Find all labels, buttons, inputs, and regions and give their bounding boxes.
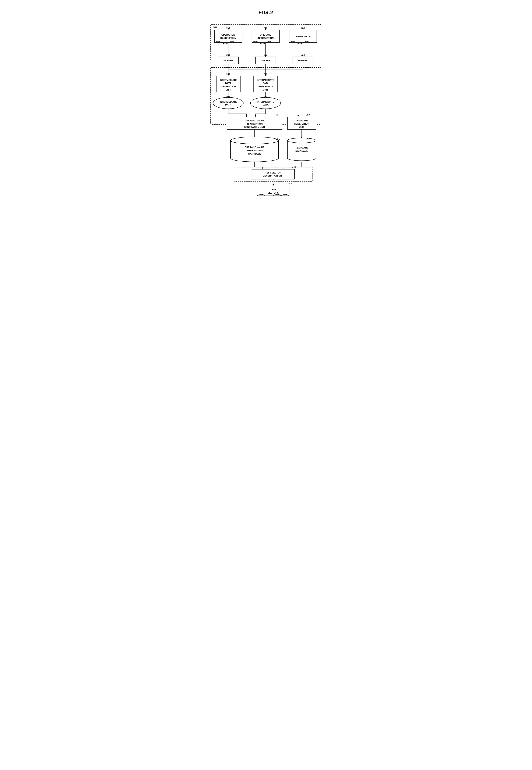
ref-213: 213 (301, 27, 305, 30)
ref-281: ~ 281 (287, 183, 292, 185)
ref-241: 241 (226, 96, 230, 98)
ref-251: ~ 251 (274, 114, 280, 116)
tdb-label1: TEMPLATE (295, 146, 308, 149)
idgu2-label1: INTERMEDIATE (257, 79, 274, 81)
op-desc-label2: DESCRIPTION (220, 37, 236, 39)
figure-title: FIG.2 (207, 9, 325, 16)
tvgu-label1: TEST VECTOR (265, 171, 281, 174)
idgu2-label2: DATA (262, 82, 269, 85)
idgu2-label3: GENERATION (258, 85, 273, 88)
op-desc-box (214, 30, 242, 43)
tvgu-box (252, 169, 294, 179)
ovidb-bottom (231, 158, 279, 162)
ref-252: 252 (306, 114, 310, 116)
ref-222: 222 (263, 54, 267, 56)
diagram: ISA OPERATION DESCRIPTION 211 OPERAND IN… (207, 21, 325, 196)
tv-label1: TEST (270, 188, 276, 191)
mnemonics-label: MNEMONICS (296, 35, 310, 38)
idata2-label1: INTERMEDIATE (257, 100, 274, 103)
idgu1-label3: GENERATION (220, 85, 236, 88)
idgu1-label2: DATA (225, 82, 231, 85)
idgu1-label4: UNIT (225, 88, 231, 91)
idata1-label1: INTERMEDIATE (220, 100, 237, 103)
ovidb-label3: DATABASE (248, 152, 261, 155)
ovidb-label1: OPERAND VALUE (245, 146, 264, 149)
operand-info-label: OPERAND (260, 33, 271, 36)
tgu-label1: TEMPLATE (295, 119, 308, 122)
tgu-label2: GENERATION (294, 122, 309, 125)
idata2-label2: DATA (262, 103, 269, 106)
parser3-label: PARSER (298, 59, 308, 62)
tv-label2: VECTORS (268, 191, 279, 194)
ref-212: 212 (263, 27, 267, 30)
idgu2-label4: UNIT (263, 88, 268, 91)
ref-231: 231 (226, 73, 230, 76)
parser1-label: PARSER (223, 59, 233, 62)
tvgu-label2: GENERATION UNIT (262, 174, 284, 177)
ref-211: 211 (226, 27, 230, 30)
page: FIG.2 ISA OPERATION DESCRIPTION 211 (200, 4, 332, 202)
ovingu-label1: OPERAND VALUE (245, 119, 264, 122)
isa-label: ISA (213, 25, 217, 28)
ovidb-label2: INFORMATION (246, 149, 262, 152)
tdb-top (287, 138, 316, 143)
ovingu-label2: INFORMATION (246, 122, 262, 125)
ref-242: 242 (263, 96, 267, 98)
ref-221: 221 (226, 54, 230, 56)
parser2-label: PARSER (261, 59, 270, 62)
ref-232: 232 (263, 73, 267, 76)
tdb-bottom (287, 158, 316, 160)
ovidb-top (231, 137, 279, 144)
ref-223: 223 (301, 54, 305, 56)
operand-info-label2: INFORMATION (257, 37, 273, 39)
operand-info-box (252, 30, 279, 43)
tdb-label2: DATABASE (295, 150, 308, 152)
ref-271: ~ 271 (291, 166, 297, 169)
tgu-label3: UNIT (299, 126, 304, 128)
idgu1-label1: INTERMEDIATE (220, 79, 237, 81)
ovingu-label3: GENERATION UNIT (244, 126, 265, 128)
ref-262: 262 (306, 137, 310, 140)
op-desc-label: OPERATION (221, 33, 235, 36)
idata1-label2: DATA (225, 103, 231, 106)
ref-261: ~ 261 (274, 137, 280, 140)
